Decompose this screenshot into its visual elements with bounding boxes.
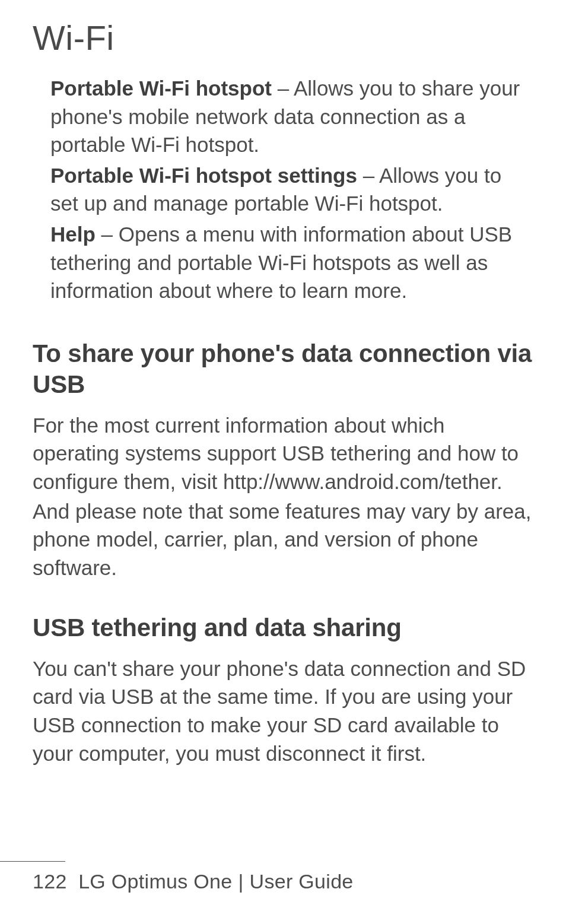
footer-divider: | [238,870,243,893]
definition-item: Portable Wi-Fi hotspot settings – Allows… [50,161,533,218]
definition-item: Portable Wi-Fi hotspot – Allows you to s… [50,74,533,159]
definition-term: Help [50,223,96,246]
definition-list: Portable Wi-Fi hotspot – Allows you to s… [33,74,533,305]
definition-item: Help – Opens a menu with information abo… [50,220,533,305]
definition-term: Portable Wi-Fi hotspot settings [50,164,357,187]
chapter-title: Wi-Fi [33,18,533,58]
definition-term: Portable Wi-Fi hotspot [50,77,272,100]
body-paragraph: And please note that some features may v… [33,497,533,582]
footer-rule [0,861,65,862]
page: Wi-Fi Portable Wi-Fi hotspot – Allows yo… [0,0,566,924]
footer-doctype: User Guide [250,870,354,893]
definition-desc: – Opens a menu with information about US… [50,223,512,302]
footer-product: LG Optimus One [78,870,232,893]
section-heading: USB tethering and data sharing [33,612,533,644]
body-paragraph: You can't share your phone's data connec… [33,655,533,767]
section-usb-tethering: USB tethering and data sharing You can't… [33,612,533,767]
body-paragraph: For the most current information about w… [33,411,533,496]
footer-text: 122 LG Optimus One|User Guide [33,870,566,893]
section-usb-share: To share your phone's data connection vi… [33,338,533,582]
page-footer: 122 LG Optimus One|User Guide [0,861,566,893]
page-number: 122 [33,870,67,893]
section-heading: To share your phone's data connection vi… [33,338,533,401]
